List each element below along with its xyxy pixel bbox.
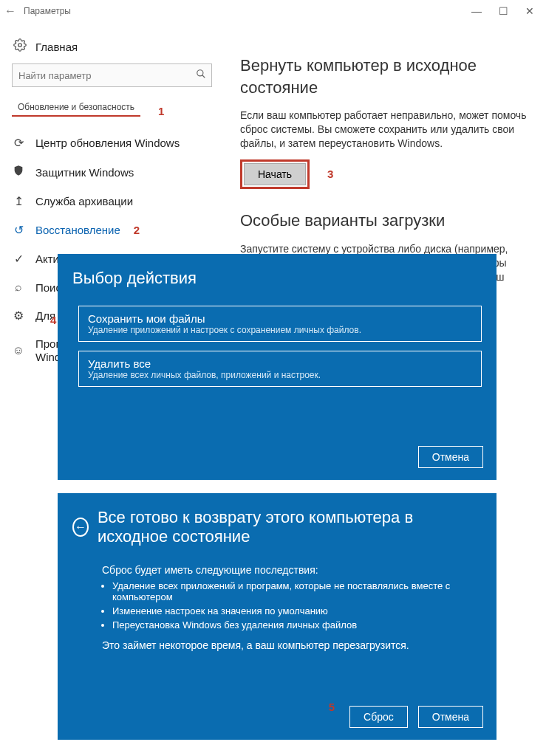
maximize-icon[interactable]: ☐ (490, 5, 516, 17)
sidebar-item-backup[interactable]: ↥ Служба архивации (6, 187, 218, 216)
bullet-item: Переустановка Windows без удаления личны… (112, 619, 482, 630)
sidebar-section-label: Обновление и безопасность (12, 100, 140, 117)
search-field[interactable] (12, 63, 212, 87)
sync-icon: ⟳ (10, 136, 27, 150)
dialog-choose-title: Выбор действия (72, 269, 482, 288)
check-circle-icon: ✓ (10, 252, 27, 266)
choice-title: Сохранить мои файлы (88, 312, 472, 325)
back-circle-icon[interactable]: ← (72, 518, 89, 537)
history-icon: ↺ (10, 223, 27, 237)
dialog-ready-after: Это займет некоторое время, а ваш компью… (102, 639, 482, 651)
annotation-5: 5 (329, 701, 335, 713)
insider-icon: ☺ (10, 344, 27, 357)
dialog-choose-cancel-button[interactable]: Отмена (418, 446, 483, 468)
search-input[interactable] (13, 70, 191, 81)
annotation-4: 4 (50, 314, 56, 326)
reset-begin-button[interactable]: Начать (244, 163, 306, 185)
sidebar-home-label: Главная (35, 41, 78, 53)
dialog-choose-action: Выбор действия Сохранить мои файлы Удале… (58, 254, 496, 480)
choice-keep-files[interactable]: Сохранить мои файлы Удаление приложений … (78, 306, 482, 342)
svg-point-0 (18, 44, 22, 47)
magnifier-icon: ⌕ (10, 281, 27, 294)
shield-icon (10, 165, 27, 179)
dialog-ready-reset: ← Все готово к возврату этого компьютера… (58, 493, 496, 740)
section-reset-text: Если ваш компьютер работает неправильно,… (240, 109, 528, 151)
dialog-ready-intro: Сброс будет иметь следующие последствия: (102, 564, 482, 576)
choice-remove-all[interactable]: Удалить все Удаление всех личных файлов,… (78, 351, 482, 387)
sidebar-home[interactable]: Главная (6, 35, 218, 58)
minimize-icon[interactable]: — (463, 5, 490, 17)
sidebar-item-recovery[interactable]: ↺ Восстановление 2 (6, 216, 218, 244)
window-title: Параметры (24, 6, 71, 16)
sidebar-item-label: Служба архивации (35, 195, 133, 207)
dialog-ready-title: Все готово к возврату этого компьютера в… (98, 508, 482, 546)
annotation-3: 3 (327, 167, 333, 182)
close-icon[interactable]: ✕ (516, 5, 543, 17)
bullet-item: Изменение настроек на значения по умолча… (112, 605, 482, 616)
svg-point-1 (197, 70, 203, 76)
sidebar-item-label: Защитник Windows (35, 166, 134, 179)
developer-icon: ⚙ (10, 309, 27, 323)
annotation-1: 1 (158, 105, 164, 117)
search-icon (191, 69, 211, 82)
choice-title: Удалить все (88, 357, 472, 370)
annotation-highlight-3: Начать (240, 159, 310, 189)
dialog-ready-reset-button[interactable]: Сброс (349, 706, 408, 728)
choice-subtitle: Удаление приложений и настроек с сохране… (88, 325, 472, 335)
annotation-2: 2 (134, 224, 140, 236)
dialog-ready-cancel-button[interactable]: Отмена (418, 706, 483, 728)
svg-line-2 (202, 75, 205, 78)
section-advanced-heading: Особые варианты загрузки (240, 210, 528, 232)
archive-icon: ↥ (10, 194, 27, 208)
sidebar-item-update[interactable]: ⟳ Центр обновления Windows (6, 128, 218, 157)
bullet-item: Удаление всех приложений и программ, кот… (112, 580, 482, 602)
sidebar-item-label: Восстановление (35, 224, 120, 236)
choice-subtitle: Удаление всех личных файлов, приложений … (88, 370, 472, 380)
dialog-ready-bullets: Удаление всех приложений и программ, кот… (112, 580, 482, 630)
sidebar-item-defender[interactable]: Защитник Windows (6, 157, 218, 187)
window-titlebar: ← Параметры — ☐ ✕ (0, 0, 546, 22)
back-icon[interactable]: ← (3, 4, 18, 18)
section-reset-heading: Вернуть компьютер в исходное состояние (240, 55, 528, 98)
sidebar-item-label: Центр обновления Windows (35, 137, 180, 149)
gear-icon (12, 38, 28, 55)
